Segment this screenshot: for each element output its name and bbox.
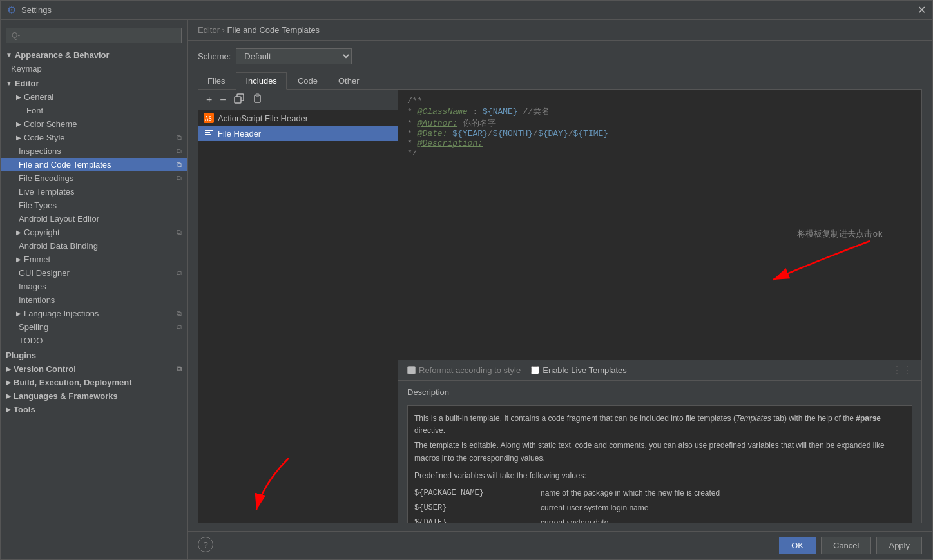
copy-icon: ⧉ [177,309,182,318]
expand-arrow: ▶ [6,365,11,372]
reformat-checkbox-label[interactable]: Reformat according to style [407,365,521,375]
remove-button[interactable]: − [217,92,228,107]
help-button[interactable]: ? [198,537,213,552]
editor-hint-area: 将模板复制进去点击ok [754,228,883,295]
sidebar-item-appearance[interactable]: ▼ Appearance & Behavior [1,48,187,62]
close-button[interactable]: ✕ [918,4,926,16]
sidebar-item-file-code-templates[interactable]: File and Code Templates ⧉ 1.打开设置页面 ➘ [1,158,187,171]
sidebar-item-languages[interactable]: ▶ Languages & Frameworks [1,389,187,403]
sidebar-item-todo[interactable]: TODO [1,334,187,347]
sidebar-item-language-injections[interactable]: ▶ Language Injections ⧉ [1,307,187,320]
apply-button[interactable]: Apply [876,537,922,554]
svg-rect-2 [255,95,260,102]
reformat-checkbox[interactable] [407,366,416,374]
desc-italic: Templates [736,414,771,423]
expand-arrow: ▶ [16,134,21,141]
expand-arrow: ▶ [16,121,21,128]
sidebar-label: Images [19,282,46,291]
sidebar-label: Version Control [14,364,76,374]
window-title: Settings [21,5,918,15]
tab-code-label: Code [298,76,318,86]
code-editor[interactable]: /** * @ClassName : ${NAME} //类名 * @Autho… [398,90,921,360]
ok-button[interactable]: OK [779,537,816,554]
enable-live-checkbox[interactable] [531,366,539,374]
sidebar-item-live-templates[interactable]: Live Templates [1,185,187,198]
copy-button[interactable] [231,92,247,107]
desc-body-2: The template is editable. Along with sta… [414,439,905,464]
add-button[interactable]: + [204,92,215,107]
var-user: ${USER} [414,502,530,514]
search-box[interactable] [6,28,182,43]
sidebar-item-general[interactable]: ▶ General [1,90,187,104]
code-line-4: * @Date: ${YEAR}/${MONTH}/${DAY}/${TIME} [407,129,912,139]
expand-arrow: ▶ [16,229,21,236]
enable-live-label[interactable]: Enable Live Templates [531,365,627,375]
sidebar-item-keymap[interactable]: Keymap [1,62,187,75]
copy-icon: ⧉ [177,147,182,155]
sidebar-item-emmet[interactable]: ▶ Emmet [1,253,187,266]
sidebar-item-color-scheme[interactable]: ▶ Color Scheme [1,117,187,131]
expand-arrow: ▶ [6,392,11,400]
expand-arrow: ▼ [6,52,12,59]
sidebar-label: TODO [19,336,43,345]
sidebar-item-images[interactable]: Images [1,280,187,293]
sidebar-item-plugins[interactable]: Plugins [1,349,187,362]
file-header-icon [204,128,214,139]
sidebar-label: Android Data Binding [19,241,98,251]
sidebar-item-android-layout[interactable]: Android Layout Editor [1,212,187,226]
actionscript-icon: AS [204,113,214,123]
file-item-actionscript[interactable]: AS ActionScript File Header [198,110,398,126]
sidebar-item-font[interactable]: Font [1,104,187,117]
sidebar-label: GUI Designer [19,268,70,278]
sidebar-item-file-types[interactable]: File Types [1,198,187,212]
sidebar-item-copyright[interactable]: ▶ Copyright ⧉ [1,226,187,239]
svg-rect-7 [205,130,213,131]
copy-icon: ⧉ [177,323,182,331]
titlebar: ⚙ Settings ✕ [1,1,932,20]
tab-includes[interactable]: Includes [236,72,286,90]
sidebar-label: Copyright [24,227,60,237]
code-line-5: * @Description: [407,139,912,148]
tab-other[interactable]: Other [329,72,369,89]
paste-icon [252,93,262,104]
cancel-button[interactable]: Cancel [821,537,871,554]
editor-panel: /** * @ClassName : ${NAME} //类名 * @Autho… [398,90,921,523]
sidebar-item-file-encodings[interactable]: File Encodings ⧉ [1,171,187,185]
sidebar-label: Font [26,106,43,115]
tab-other-label: Other [338,76,360,86]
paste-button[interactable] [249,92,265,107]
sidebar-label: Plugins [6,351,36,360]
sidebar-label: File and Code Templates [19,160,111,169]
sidebar-label: Color Scheme [24,119,77,129]
sidebar-item-intentions[interactable]: Intentions [1,293,187,307]
def-date: current system date [541,517,905,523]
tab-code[interactable]: Code [288,72,327,89]
file-item-label: ActionScript File Header [218,113,308,123]
search-input[interactable] [6,28,182,43]
scheme-label: Scheme: [198,52,231,61]
sidebar-item-code-style[interactable]: ▶ Code Style ⧉ [1,131,187,144]
scheme-select[interactable]: Default Project [236,48,352,64]
sidebar: ▼ Appearance & Behavior Keymap ▼ Editor … [1,20,188,559]
sidebar-label: Intentions [19,295,55,305]
settings-body: Scheme: Default Project Files Includes [188,41,932,531]
expand-arrow: ▶ [16,310,21,317]
sidebar-item-build[interactable]: ▶ Build, Execution, Deployment [1,376,187,389]
sidebar-item-gui-designer[interactable]: GUI Designer ⧉ [1,266,187,280]
sidebar-item-tools[interactable]: ▶ Tools [1,403,187,416]
def-package-name: name of the package in which the new fil… [541,487,905,499]
sidebar-item-android-databinding[interactable]: Android Data Binding [1,239,187,253]
sidebar-item-spelling[interactable]: Spelling ⧉ [1,320,187,334]
breadcrumb-page: File and Code Templates [227,25,320,35]
description-box: This is a built-in template. It contains… [407,405,912,523]
sidebar-item-inspections[interactable]: Inspections ⧉ [1,144,187,158]
tab-files[interactable]: Files [198,72,235,89]
expand-arrow: ▶ [6,379,11,386]
file-item-file-header[interactable]: File Header [198,126,398,141]
svg-rect-3 [256,94,259,96]
copy-icon: ⧉ [177,174,182,182]
sidebar-label: Language Injections [24,309,99,318]
sidebar-item-version-control[interactable]: ▶ Version Control ⧉ [1,362,187,376]
sidebar-label: File Encodings [19,173,73,183]
sidebar-item-editor[interactable]: ▼ Editor [1,77,187,90]
